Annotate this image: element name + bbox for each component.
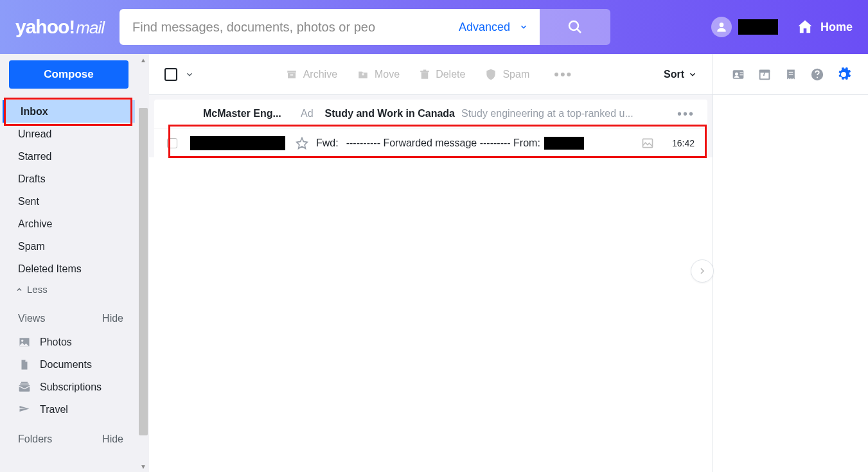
search-button[interactable]: [540, 9, 610, 45]
chevron-down-icon: [688, 70, 697, 79]
advanced-search-button[interactable]: Advanced: [447, 9, 540, 45]
view-photos[interactable]: Photos: [0, 331, 137, 353]
scroll-down-icon[interactable]: ▼: [139, 461, 148, 471]
spam-label: Spam: [502, 69, 529, 80]
app-header: yahoo!mail Advanced Home: [0, 0, 868, 54]
scroll-up-icon[interactable]: ▲: [139, 55, 148, 65]
view-subscriptions[interactable]: Subscriptions: [0, 376, 137, 398]
message-list: McMaster Eng... Ad Study and Work in Can…: [149, 95, 713, 157]
scroll-thumb[interactable]: [139, 108, 148, 435]
advanced-label: Advanced: [459, 21, 510, 34]
folders-section-header: Folders Hide: [0, 421, 137, 451]
yahoo-mail-logo[interactable]: yahoo!mail: [15, 16, 104, 38]
shield-icon: [484, 68, 497, 81]
email-row[interactable]: Fwd: ---------- Forwarded message ------…: [154, 128, 707, 157]
nav-label: Drafts: [18, 173, 46, 185]
avatar-icon: [711, 17, 732, 37]
delete-label: Delete: [436, 69, 465, 80]
compose-button[interactable]: Compose: [9, 60, 128, 89]
sort-button[interactable]: Sort: [664, 69, 697, 80]
user-menu[interactable]: [711, 17, 778, 37]
search-input[interactable]: [120, 9, 447, 45]
views-hide-toggle[interactable]: Hide: [102, 313, 123, 324]
settings-icon[interactable]: [836, 67, 851, 82]
nav-less-toggle[interactable]: Less: [0, 280, 137, 299]
svg-rect-23: [788, 74, 793, 74]
views-title: Views: [18, 313, 45, 324]
svg-point-2: [720, 22, 724, 27]
logo-sub: mail: [76, 18, 104, 38]
image-icon: [18, 336, 31, 349]
subject-prefix: Fwd:: [316, 137, 339, 149]
trash-icon: [419, 68, 430, 81]
calendar-icon[interactable]: 7: [757, 67, 772, 82]
toolbar-actions: Archive Move Delete Spam •••: [285, 66, 573, 83]
svg-point-16: [735, 72, 738, 75]
nav-archive[interactable]: Archive: [0, 213, 137, 235]
nav-label: Sent: [18, 196, 39, 207]
svg-rect-18: [740, 74, 743, 75]
less-label: Less: [27, 284, 48, 295]
spam-button[interactable]: Spam: [484, 68, 529, 81]
contacts-icon[interactable]: [731, 67, 746, 82]
message-list-pane: Archive Move Delete Spam •••: [149, 54, 713, 472]
svg-rect-11: [421, 72, 429, 79]
svg-rect-5: [19, 385, 30, 391]
view-documents[interactable]: Documents: [0, 353, 137, 376]
search-icon: [567, 19, 583, 35]
move-button[interactable]: Move: [357, 69, 400, 80]
nav-label: Spam: [18, 241, 45, 252]
select-all-checkbox[interactable]: [164, 68, 177, 81]
star-icon[interactable]: [296, 137, 308, 150]
svg-rect-13: [423, 69, 427, 71]
svg-rect-17: [740, 72, 743, 73]
ad-tag: Ad: [301, 108, 314, 119]
svg-rect-7: [21, 381, 28, 383]
row-checkbox[interactable]: [167, 138, 177, 148]
sender-redacted: [190, 136, 285, 150]
nav-unread[interactable]: Unread: [0, 123, 137, 145]
nav-drafts[interactable]: Drafts: [0, 168, 137, 190]
nav-label: Starred: [18, 151, 51, 162]
nav-label: Deleted Items: [18, 263, 82, 275]
nav-spam[interactable]: Spam: [0, 235, 137, 258]
svg-rect-10: [290, 74, 293, 76]
document-icon: [18, 358, 31, 371]
sidebar: ▲ ▼ Compose Inbox Unread Starred Drafts …: [0, 54, 149, 472]
nav-deleted[interactable]: Deleted Items: [0, 258, 137, 280]
home-link[interactable]: Home: [796, 18, 853, 36]
view-travel[interactable]: Travel: [0, 398, 137, 421]
ad-snippet: Study engineering at a top-ranked u...: [461, 108, 669, 119]
ad-sender: McMaster Eng...: [203, 108, 293, 119]
more-actions-button[interactable]: •••: [554, 66, 572, 83]
plane-icon: [18, 403, 31, 416]
svg-rect-22: [788, 71, 793, 72]
chevron-right-icon: [697, 266, 707, 276]
archive-label: Archive: [303, 69, 337, 80]
sidebar-scrollbar[interactable]: ▲ ▼: [137, 54, 149, 472]
view-label: Documents: [40, 359, 92, 371]
nav-starred[interactable]: Starred: [0, 145, 137, 168]
ad-row[interactable]: McMaster Eng... Ad Study and Work in Can…: [154, 100, 707, 128]
nav-sent[interactable]: Sent: [0, 190, 137, 213]
notepad-icon[interactable]: [783, 67, 799, 82]
move-label: Move: [375, 69, 400, 80]
nav-inbox[interactable]: Inbox: [3, 100, 135, 123]
svg-point-25: [816, 76, 817, 78]
sort-label: Sort: [664, 69, 684, 80]
chevron-up-icon: [15, 286, 23, 293]
from-redacted: [544, 137, 584, 150]
right-toolbar: 7: [713, 54, 868, 95]
svg-line-1: [577, 29, 581, 33]
move-icon: [357, 69, 369, 80]
email-subject: Fwd: ---------- Forwarded message ------…: [316, 137, 630, 150]
views-section-header: Views Hide: [0, 299, 137, 331]
help-icon[interactable]: [810, 67, 825, 82]
list-toolbar: Archive Move Delete Spam •••: [149, 54, 713, 95]
folders-hide-toggle[interactable]: Hide: [102, 433, 123, 445]
delete-button[interactable]: Delete: [419, 68, 465, 81]
select-dropdown-icon[interactable]: [185, 70, 194, 79]
ad-more-icon[interactable]: •••: [677, 107, 695, 121]
archive-button[interactable]: Archive: [285, 69, 337, 80]
next-page-button[interactable]: [691, 259, 714, 283]
